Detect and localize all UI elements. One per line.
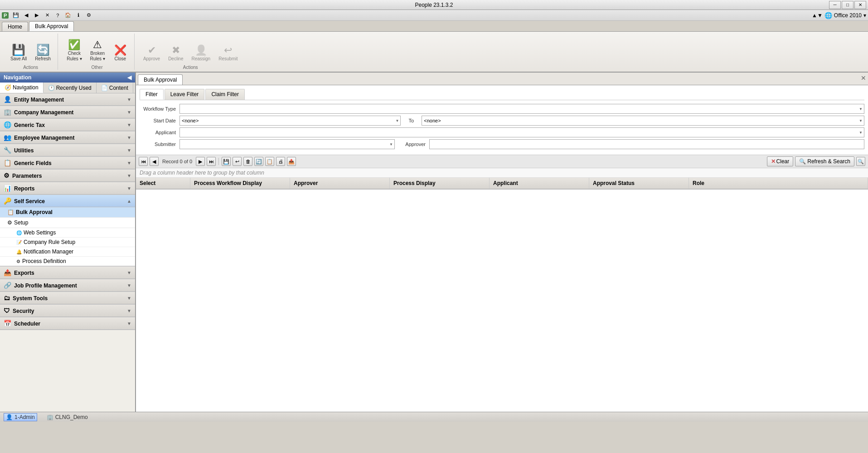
quick-help-button[interactable]: ? bbox=[53, 11, 63, 20]
section-security: 🛡Security ▼ bbox=[0, 305, 135, 317]
approver-input[interactable] bbox=[429, 139, 864, 149]
web-settings-icon: 🌐 bbox=[16, 230, 22, 235]
theme-label: Office 2010 bbox=[834, 12, 862, 19]
maximize-button[interactable]: □ bbox=[842, 1, 853, 9]
quick-settings-button[interactable]: ⚙ bbox=[84, 11, 94, 20]
nav-item-notification-manager[interactable]: 🔔 Notification Manager bbox=[0, 247, 135, 257]
save-all-button[interactable]: 💾 Save All bbox=[7, 42, 30, 64]
section-parameters-header[interactable]: ⚙Parameters ▼ bbox=[0, 170, 135, 182]
nav-item-process-definition[interactable]: ⚙ Process Definition bbox=[0, 257, 135, 266]
ribbon-group-other-label: Other bbox=[92, 65, 103, 70]
to-date-select[interactable]: <none> bbox=[422, 116, 864, 126]
minimize-button[interactable]: ─ bbox=[829, 1, 841, 9]
quick-info-button[interactable]: ℹ bbox=[73, 11, 83, 20]
save-all-label: Save All bbox=[10, 56, 27, 62]
section-generic-tax: 🌐Generic Tax ▼ bbox=[0, 119, 135, 132]
sidebar-tab-navigation[interactable]: 🧭 Navigation bbox=[0, 83, 44, 93]
section-company-management-header[interactable]: 🏢Company Management ▼ bbox=[0, 106, 135, 118]
resubmit-button[interactable]: ↩ Resubmit bbox=[215, 43, 241, 64]
quick-save-button[interactable]: 💾 bbox=[11, 11, 21, 20]
applicant-select[interactable] bbox=[179, 127, 864, 137]
broken-rules-button[interactable]: ⚠ BrokenRules ▾ bbox=[87, 38, 108, 64]
refresh-button[interactable]: 🔄 Refresh bbox=[32, 42, 54, 64]
reassign-button[interactable]: 👤 Reassign bbox=[188, 43, 213, 64]
section-generic-tax-header[interactable]: 🌐Generic Tax ▼ bbox=[0, 119, 135, 131]
grid-col-select[interactable]: Select bbox=[136, 178, 190, 189]
quick-home-button[interactable]: 🏠 bbox=[63, 11, 73, 20]
undo-button[interactable]: ↩ bbox=[233, 157, 242, 166]
home-tab[interactable]: Home bbox=[2, 22, 28, 31]
section-job-profile-management: 🔗Job Profile Management ▼ bbox=[0, 279, 135, 292]
content-close-button[interactable]: ✕ bbox=[861, 74, 866, 82]
employee-management-icon: 👥 bbox=[4, 134, 11, 141]
grid-col-process-workflow[interactable]: Process Workflow Display bbox=[190, 178, 290, 189]
bulk-approval-content-tab[interactable]: Bulk Approval bbox=[138, 74, 183, 85]
copy-button[interactable]: 📋 bbox=[265, 157, 274, 166]
group-by-hint: Drag a column header here to group by th… bbox=[140, 170, 264, 176]
filter-panel: Filter Leave Filter Claim Filter Workflo… bbox=[136, 85, 868, 155]
web-settings-label: Web Settings bbox=[24, 229, 56, 236]
nav-first-button[interactable]: ⏮ bbox=[139, 157, 148, 166]
search-expand-button[interactable]: 🔍 bbox=[856, 157, 865, 166]
section-entity-management-header[interactable]: 👤Entity Management ▼ bbox=[0, 93, 135, 106]
nav-last-button[interactable]: ⏭ bbox=[207, 157, 216, 166]
approve-label: Approve bbox=[143, 56, 160, 62]
grid-col-role[interactable]: Role bbox=[689, 178, 868, 189]
section-security-header[interactable]: 🛡Security ▼ bbox=[0, 305, 135, 317]
nav-item-bulk-approval[interactable]: 📋 Bulk Approval bbox=[0, 207, 135, 218]
grid-col-approval-status[interactable]: Approval Status bbox=[589, 178, 689, 189]
status-admin[interactable]: 👤 1-Admin bbox=[4, 413, 37, 421]
section-self-service-header[interactable]: 🔑Self Service ▲ bbox=[0, 195, 135, 207]
section-exports-header[interactable]: 📤Exports ▼ bbox=[0, 267, 135, 279]
nav-item-setup[interactable]: ⚙ Setup bbox=[0, 218, 135, 228]
check-rules-button[interactable]: ✅ CheckRules ▾ bbox=[63, 38, 85, 64]
export-button[interactable]: 📤 bbox=[287, 157, 296, 166]
delete-button[interactable]: 🗑 bbox=[243, 157, 252, 166]
decline-button[interactable]: ✖ Decline bbox=[165, 43, 186, 64]
section-system-tools-header[interactable]: 🗂System Tools ▼ bbox=[0, 292, 135, 304]
grid-col-process-display[interactable]: Process Display bbox=[390, 178, 490, 189]
start-date-select[interactable]: <none> bbox=[179, 116, 401, 126]
workflow-type-select[interactable] bbox=[179, 104, 864, 114]
refresh-search-button[interactable]: 🔍 Refresh & Search bbox=[795, 156, 854, 166]
grid-col-approver[interactable]: Approver bbox=[290, 178, 390, 189]
filter-tab-claim[interactable]: Claim Filter bbox=[205, 89, 245, 100]
section-job-profile-management-header[interactable]: 🔗Job Profile Management ▼ bbox=[0, 279, 135, 292]
section-reports-header[interactable]: 📊Reports ▼ bbox=[0, 182, 135, 195]
sidebar-tab-recently-used[interactable]: 🕐 Recently Used bbox=[44, 83, 97, 93]
nav-item-company-rule-setup[interactable]: 📝 Company Rule Setup bbox=[0, 238, 135, 247]
sidebar-collapse-icon[interactable]: ◀ bbox=[127, 74, 131, 81]
print-button[interactable]: 🖨 bbox=[276, 157, 285, 166]
section-scheduler-header[interactable]: 📅Scheduler ▼ bbox=[0, 317, 135, 330]
theme-arrows[interactable]: ▲▼ bbox=[812, 12, 823, 19]
theme-dropdown[interactable]: ▾ bbox=[863, 12, 866, 19]
nav-item-web-settings[interactable]: 🌐 Web Settings bbox=[0, 228, 135, 238]
sidebar-tab-content[interactable]: 📄 Content bbox=[97, 83, 133, 93]
parameters-label: Parameters bbox=[12, 173, 42, 179]
bulk-approval-tab[interactable]: Bulk Approval bbox=[29, 21, 74, 31]
process-definition-icon: ⚙ bbox=[16, 259, 20, 264]
employee-management-chevron: ▼ bbox=[127, 135, 131, 140]
filter-tab-leave[interactable]: Leave Filter bbox=[165, 89, 205, 100]
approve-button[interactable]: ✔ Approve bbox=[140, 43, 163, 64]
quick-stop-button[interactable]: ✕ bbox=[42, 11, 52, 20]
section-employee-management-header[interactable]: 👥Employee Management ▼ bbox=[0, 132, 135, 144]
filter-tab-leave-label: Leave Filter bbox=[170, 91, 199, 97]
sidebar-content: 👤Entity Management ▼ 🏢Company Management… bbox=[0, 93, 135, 412]
quick-back-button[interactable]: ◀ bbox=[21, 11, 31, 20]
status-clng-demo[interactable]: 🏢 CLNG_Demo bbox=[44, 413, 90, 421]
grid-col-applicant[interactable]: Applicant bbox=[490, 178, 589, 189]
filter-tab-filter[interactable]: Filter bbox=[140, 89, 164, 100]
nav-next-button[interactable]: ▶ bbox=[196, 157, 205, 166]
window-close-button[interactable]: ✕ bbox=[854, 1, 866, 9]
nav-prev-button[interactable]: ◀ bbox=[150, 157, 159, 166]
section-utilities-header[interactable]: 🔧Utilities ▼ bbox=[0, 144, 135, 156]
sidebar-title: Navigation bbox=[4, 74, 31, 81]
quick-forward-button[interactable]: ▶ bbox=[32, 11, 42, 20]
save-button[interactable]: 💾 bbox=[222, 157, 231, 166]
section-generic-fields-header[interactable]: 📋Generic Fields ▼ bbox=[0, 157, 135, 169]
submitter-select[interactable] bbox=[179, 139, 395, 149]
refresh-toolbar-button[interactable]: 🔄 bbox=[254, 157, 263, 166]
close-button[interactable]: ❌ Close bbox=[110, 43, 131, 64]
clear-button[interactable]: ✕ Clear bbox=[767, 156, 794, 166]
